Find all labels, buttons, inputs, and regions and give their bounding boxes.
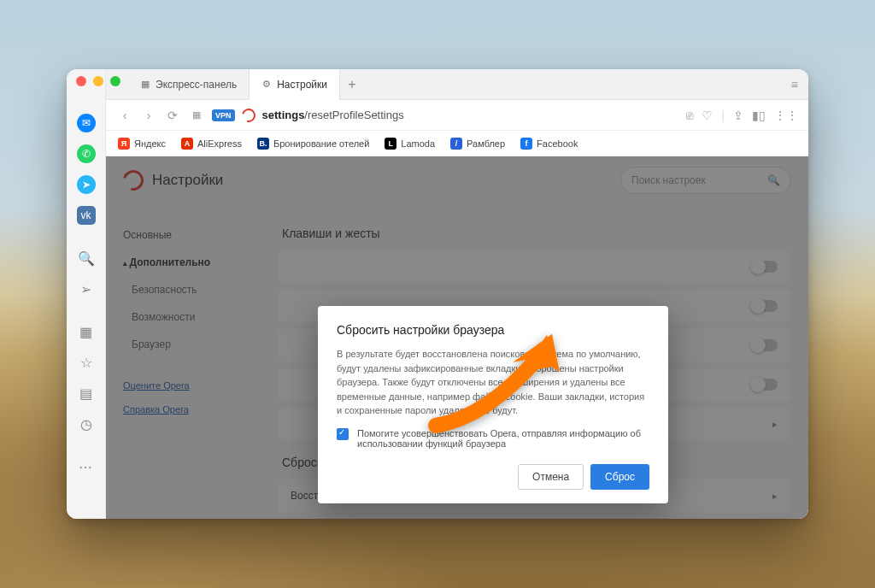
forward-button[interactable]: ›: [140, 109, 157, 122]
tab-settings[interactable]: ⚙ Настройки: [250, 69, 340, 100]
dialog-checkbox-row[interactable]: Помогите усовершенствовать Opera, отправ…: [337, 428, 649, 449]
menu-icon[interactable]: ⋮⋮: [774, 109, 798, 122]
tabs-menu-icon[interactable]: ≡: [791, 78, 808, 91]
maximize-window-button[interactable]: [110, 76, 120, 86]
window-controls: [76, 76, 120, 86]
share-icon[interactable]: ⇪: [733, 109, 743, 122]
settings-page: Настройки Поиск настроек 🔍 Основные Допо…: [106, 156, 808, 519]
grid-icon: ▦: [140, 79, 150, 90]
tab-label: Экспресс-панель: [156, 79, 237, 91]
dialog-body: В результате будет восстановлена поисков…: [337, 347, 649, 418]
vpn-badge[interactable]: VPN: [212, 109, 235, 121]
browser-window: ✉ ✆ ➤ vk 🔍 ➢ ▦ ☆ ▤ ◷ ⋯ ▦ Экспресс-панель…: [67, 69, 808, 519]
heart-icon[interactable]: ♡: [702, 109, 713, 122]
apps-icon[interactable]: ▦: [73, 319, 99, 344]
reset-button[interactable]: Сброс: [590, 464, 649, 490]
news-icon[interactable]: ▤: [73, 380, 99, 406]
close-window-button[interactable]: [76, 76, 86, 86]
url-text[interactable]: settings/resetProfileSettings: [262, 109, 404, 121]
minimize-window-button[interactable]: [93, 76, 103, 86]
checkbox-checked-icon[interactable]: [337, 428, 349, 440]
bookmark-rambler[interactable]: /Рамблер: [450, 138, 505, 150]
bookmarks-bar: ЯЯндекс AAliExpress B.Бронирование отеле…: [106, 131, 808, 156]
bookmark-booking[interactable]: B.Бронирование отелей: [257, 138, 369, 150]
gear-icon: ⚙: [261, 79, 272, 90]
grid-icon[interactable]: ▦: [188, 109, 205, 121]
history-icon[interactable]: ◷: [73, 411, 99, 437]
search-icon[interactable]: 🔍: [73, 245, 99, 271]
checkbox-label: Помогите усовершенствовать Opera, отправ…: [357, 428, 649, 449]
more-icon[interactable]: ⋯: [73, 454, 99, 479]
opera-logo-icon: [239, 106, 258, 125]
left-sidebar: ✉ ✆ ➤ vk 🔍 ➢ ▦ ☆ ▤ ◷ ⋯: [67, 69, 106, 519]
tab-bar: ▦ Экспресс-панель ⚙ Настройки + ≡: [106, 69, 808, 100]
whatsapp-icon[interactable]: ✆: [73, 141, 99, 167]
bookmark-lamoda[interactable]: LLamoda: [385, 138, 435, 150]
bookmark-yandex[interactable]: ЯЯндекс: [118, 138, 166, 150]
reload-button[interactable]: ⟳: [164, 109, 181, 122]
snapshot-icon[interactable]: ⎚: [686, 109, 693, 122]
bookmark-aliexpress[interactable]: AAliExpress: [181, 138, 242, 150]
tab-speeddial[interactable]: ▦ Экспресс-панель: [128, 69, 250, 100]
messenger-icon[interactable]: ✉: [73, 110, 99, 136]
bookmark-facebook[interactable]: fFacebook: [520, 138, 578, 150]
reset-settings-dialog: Сбросить настройки браузера В результате…: [318, 306, 668, 503]
dialog-title: Сбросить настройки браузера: [337, 323, 649, 337]
back-button[interactable]: ‹: [116, 109, 133, 122]
tab-label: Настройки: [277, 79, 327, 91]
new-tab-button[interactable]: +: [340, 77, 364, 92]
cancel-button[interactable]: Отмена: [518, 464, 584, 490]
vk-icon[interactable]: vk: [73, 203, 99, 228]
send-icon[interactable]: ➢: [73, 276, 99, 302]
battery-icon[interactable]: ▮▯: [752, 109, 766, 122]
bookmarks-icon[interactable]: ☆: [73, 350, 99, 375]
address-bar: ‹ › ⟳ ▦ VPN settings/resetProfileSetting…: [106, 100, 808, 131]
main-area: ▦ Экспресс-панель ⚙ Настройки + ≡ ‹ › ⟳ …: [106, 69, 808, 519]
telegram-icon[interactable]: ➤: [73, 172, 99, 197]
